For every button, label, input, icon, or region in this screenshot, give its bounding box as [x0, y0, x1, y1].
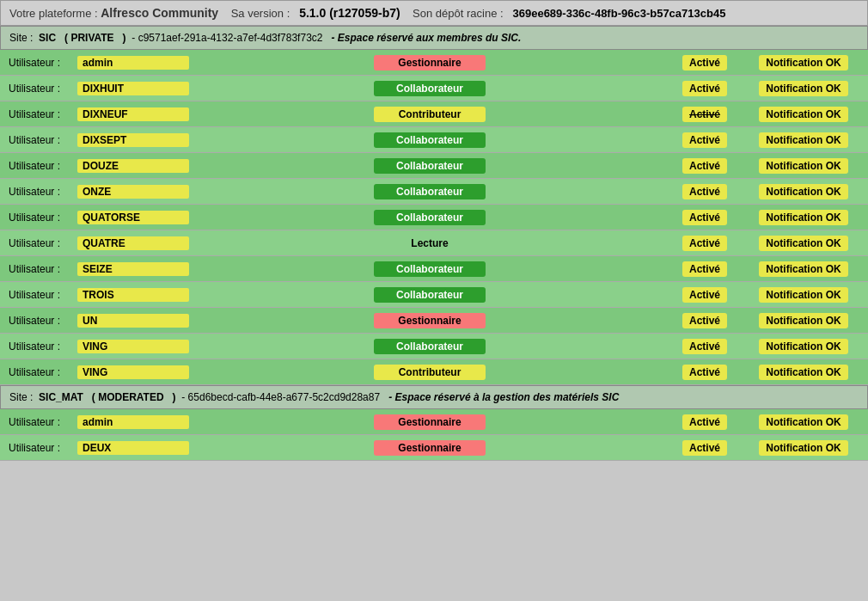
- role-badge: Collaborateur: [374, 261, 486, 277]
- user-name: ONZE: [77, 185, 189, 199]
- notif-badge: Notification OK: [759, 184, 847, 199]
- notif-cell: Notification OK: [748, 414, 859, 430]
- role-badge: Collaborateur: [374, 184, 486, 199]
- user-label: Utilisateur :: [9, 134, 77, 146]
- notif-badge: Notification OK: [759, 339, 847, 354]
- role-badge: Collaborateur: [374, 339, 486, 354]
- user-label: Utilisateur :: [9, 186, 77, 198]
- user-label: Utilisateur :: [9, 366, 77, 378]
- user-name: UN: [77, 314, 189, 328]
- user-name: VING: [77, 365, 189, 379]
- role-badge: Gestionnaire: [374, 440, 486, 456]
- notif-cell: Notification OK: [748, 440, 859, 456]
- role-cell: Collaborateur: [198, 210, 662, 225]
- notif-cell: Notification OK: [748, 210, 859, 225]
- user-label: Utilisateur :: [9, 108, 77, 120]
- user-label: Utilisateur :: [9, 263, 77, 275]
- status-cell: Activé: [662, 55, 748, 71]
- user-label: Utilisateur :: [9, 212, 77, 224]
- user-label: Utilisateur :: [9, 57, 77, 69]
- user-info: Utilisateur : admin: [9, 415, 198, 429]
- notif-cell: Notification OK: [748, 313, 859, 328]
- status-cell: Activé: [662, 414, 748, 430]
- user-info: Utilisateur : SEIZE: [9, 262, 198, 276]
- notif-cell: Notification OK: [748, 81, 859, 96]
- notif-cell: Notification OK: [748, 184, 859, 199]
- version-label: Sa version :: [231, 7, 290, 20]
- user-name: admin: [77, 56, 189, 70]
- role-cell: Collaborateur: [198, 158, 662, 174]
- role-cell: Lecture: [198, 236, 662, 251]
- status-cell: Activé: [662, 184, 748, 199]
- role-badge: Contributeur: [374, 107, 486, 122]
- status-cell: Activé: [662, 440, 748, 456]
- notif-badge: Notification OK: [759, 158, 847, 174]
- role-cell: Collaborateur: [198, 184, 662, 199]
- role-cell: Contributeur: [198, 107, 662, 122]
- notif-cell: Notification OK: [748, 236, 859, 251]
- site-bar-1: Site : SIC_MAT ( MODERATED ) - 65d6becd-…: [0, 385, 868, 409]
- notif-cell: Notification OK: [748, 365, 859, 380]
- status-cell: Activé: [662, 365, 748, 380]
- status-badge: Activé: [682, 440, 727, 456]
- notif-cell: Notification OK: [748, 287, 859, 303]
- role-cell: Gestionnaire: [198, 55, 662, 71]
- site-id: - 65d6becd-cafb-44e8-a677-5c2cd9d28a87: [179, 391, 380, 403]
- site-name: SIC_MAT: [36, 391, 89, 403]
- user-label: Utilisateur :: [9, 83, 77, 95]
- notif-cell: Notification OK: [748, 55, 859, 71]
- role-badge: Collaborateur: [374, 81, 486, 96]
- user-row: Utilisateur : DIXSEPT Collaborateur Acti…: [0, 127, 868, 153]
- status-cell: Activé: [662, 132, 748, 148]
- user-row: Utilisateur : DIXHUIT Collaborateur Acti…: [0, 76, 868, 101]
- depot-label: Son dépôt racine :: [413, 7, 504, 20]
- role-cell: Collaborateur: [198, 132, 662, 148]
- status-badge: Activé: [682, 55, 727, 71]
- site-bar-0: Site : SIC ( PRIVATE ) - c9571aef-291a-4…: [0, 26, 868, 50]
- notif-badge: Notification OK: [759, 210, 847, 225]
- role-cell: Gestionnaire: [198, 414, 662, 430]
- user-info: Utilisateur : VING: [9, 365, 198, 379]
- status-cell: Activé: [662, 339, 748, 354]
- platform-label: Votre plateforme :: [9, 7, 98, 20]
- user-label: Utilisateur :: [9, 315, 77, 327]
- status-cell: Activé: [662, 236, 748, 251]
- status-badge: Activé: [682, 414, 727, 430]
- status-badge: Activé: [682, 158, 727, 174]
- user-info: Utilisateur : ONZE: [9, 185, 198, 199]
- platform-name: Alfresco Community: [101, 6, 218, 20]
- user-label: Utilisateur :: [9, 160, 77, 172]
- user-info: Utilisateur : UN: [9, 314, 198, 328]
- user-name: VING: [77, 340, 189, 353]
- notif-badge: Notification OK: [759, 414, 847, 430]
- user-name: DEUX: [77, 441, 189, 455]
- status-badge: Activé: [682, 313, 727, 328]
- notif-cell: Notification OK: [748, 132, 859, 148]
- notif-badge: Notification OK: [759, 313, 847, 328]
- role-badge: Contributeur: [374, 365, 486, 380]
- user-row: Utilisateur : TROIS Collaborateur Activé…: [0, 282, 868, 308]
- user-info: Utilisateur : QUATRE: [9, 236, 198, 250]
- user-info: Utilisateur : DOUZE: [9, 159, 198, 173]
- role-badge: Lecture: [374, 236, 486, 251]
- user-row: Utilisateur : DIXNEUF Contributeur Activ…: [0, 101, 868, 127]
- role-badge: Gestionnaire: [374, 55, 486, 71]
- user-row: Utilisateur : UN Gestionnaire Activé Not…: [0, 308, 868, 334]
- user-row: Utilisateur : VING Collaborateur Activé …: [0, 334, 868, 359]
- notif-badge: Notification OK: [759, 287, 847, 303]
- notif-cell: Notification OK: [748, 107, 859, 122]
- site-type: ( PRIVATE ): [64, 32, 126, 44]
- notif-cell: Notification OK: [748, 158, 859, 174]
- status-badge: Activé: [682, 132, 727, 148]
- notif-badge: Notification OK: [759, 261, 847, 277]
- role-badge: Collaborateur: [374, 287, 486, 303]
- header-bar: Votre plateforme : Alfresco Community Sa…: [0, 0, 868, 26]
- status-cell: Activé: [662, 287, 748, 303]
- notif-badge: Notification OK: [759, 236, 847, 251]
- site-desc: - Espace réservé à la gestion des matéri…: [388, 391, 619, 403]
- user-name: DIXSEPT: [77, 133, 189, 147]
- site-name: SIC: [36, 32, 62, 44]
- notif-badge: Notification OK: [759, 365, 847, 380]
- user-row: Utilisateur : VING Contributeur Activé N…: [0, 359, 868, 385]
- status-cell: Activé: [662, 158, 748, 174]
